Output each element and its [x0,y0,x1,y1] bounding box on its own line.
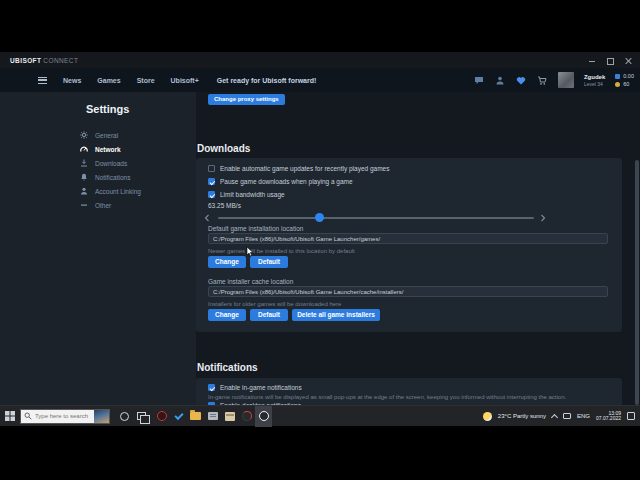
cart-icon[interactable] [537,75,548,85]
change-proxy-settings-button[interactable]: Change proxy settings [208,94,285,105]
delete-installers-button[interactable]: Delete all game installers [292,309,380,321]
taskbar-clock[interactable]: 13:09 07.07.2022 [596,411,621,422]
display-tray-icon[interactable] [563,413,571,419]
limit-bandwidth-checkbox[interactable] [208,191,215,198]
task-view-icon[interactable] [133,406,150,427]
nav-item-store[interactable]: Store [137,77,155,84]
person-icon [80,187,88,195]
ubisoft-connect-taskbar-icon[interactable] [255,406,272,427]
slider-track[interactable] [218,217,534,219]
sidebar-item-network[interactable]: Network [80,143,190,155]
nav-item-games[interactable]: Games [97,77,120,84]
wallet-amount: 0.00 [623,73,634,79]
cache-change-button[interactable]: Change [208,309,246,321]
chat-icon[interactable] [474,75,485,85]
auto-updates-row[interactable]: Enable automatic game updates for recent… [208,165,389,172]
weather-icon[interactable] [483,412,492,421]
action-center-icon[interactable] [627,412,635,420]
install-default-button[interactable]: Default [250,256,288,268]
clock-date: 07.07.2022 [596,416,621,422]
user-info[interactable]: Zgudek Level 34 [584,74,605,87]
close-icon[interactable] [625,57,632,64]
language-indicator[interactable]: ENG [577,413,590,419]
settings-title: Settings [86,103,129,115]
units-amount: 60 [623,81,629,87]
checkbox-label: Pause game downloads when playing a game [220,178,353,185]
sidebar-item-notifications[interactable]: Notifications [80,171,190,183]
bandwidth-value: 63.25 MB/s [208,202,241,209]
friends-icon[interactable] [495,75,506,85]
brand-primary: UBISOFT [10,57,41,64]
windows-logo-icon [5,411,15,421]
units-coin-icon [615,82,620,87]
taskbar-app-check-icon[interactable] [170,406,187,427]
network-gauge-icon [80,145,88,153]
maximize-icon[interactable] [607,57,614,64]
nav-right: Zgudek Level 34 0.00 60 [474,68,640,92]
slider-increase-icon[interactable] [540,214,546,222]
sidebar-item-downloads[interactable]: Downloads [80,157,190,169]
slider-decrease-icon[interactable] [204,214,210,222]
nav-items: News Games Store Ubisoft+ [63,77,199,84]
checkbox-label: Enable automatic game updates for recent… [220,165,389,172]
ingame-notifications-checkbox[interactable] [208,384,215,391]
cache-default-button[interactable]: Default [250,309,288,321]
install-location-label: Default game installation location [208,225,303,232]
system-tray: 23°C Partly sunny ENG 13:09 07.07.2022 [483,406,640,426]
taskbar-app-beige-icon[interactable] [221,406,238,427]
bell-icon [80,173,88,181]
search-highlight-image[interactable] [94,410,109,423]
taskbar-app-chat-icon[interactable] [204,406,221,427]
auto-updates-checkbox[interactable] [208,165,215,172]
sidebar-item-general[interactable]: General [80,129,190,141]
limit-bandwidth-row[interactable]: Limit bandwidth usage [208,191,285,198]
gear-icon [80,131,88,139]
checkbox-label: Limit bandwidth usage [220,191,285,198]
wishlist-heart-icon[interactable] [516,75,527,85]
letterbox-bottom [0,426,640,480]
navbar: News Games Store Ubisoft+ Get ready for … [0,68,640,92]
slider-handle[interactable] [315,213,324,222]
user-name: Zgudek [584,74,605,81]
sidebar-item-label: Downloads [95,160,127,167]
sidebar-item-label: General [95,132,118,139]
sidebar-item-label: Account Linking [95,188,141,195]
dash-icon [80,201,88,209]
letterbox-top [0,0,640,52]
nav-promo-link[interactable]: Get ready for Ubisoft forward! [217,77,317,84]
bandwidth-slider [196,212,622,223]
wallet-icon [615,74,620,79]
install-location-input[interactable] [208,233,608,244]
cache-location-note: Installers for older games will be downl… [208,301,341,307]
wallet-row[interactable]: 0.00 [615,73,634,79]
weather-text[interactable]: 23°C Partly sunny [498,413,546,419]
taskbar-search[interactable] [20,409,110,424]
window-controls [589,52,636,68]
search-input[interactable] [35,413,93,419]
downloads-panel: Enable automatic game updates for recent… [196,158,622,332]
minimize-icon[interactable] [589,57,596,64]
nav-item-ubisoft-plus[interactable]: Ubisoft+ [171,77,199,84]
start-button[interactable] [0,406,20,427]
ingame-notifications-row[interactable]: Enable in-game notifications [208,384,302,391]
hidden-icons-chevron[interactable] [551,413,558,420]
sidebar-item-account-linking[interactable]: Account Linking [80,185,190,197]
taskbar-app-red-ring-icon[interactable] [153,406,170,427]
cortana-icon[interactable] [116,406,133,427]
avatar[interactable] [558,72,574,88]
nav-item-news[interactable]: News [63,77,81,84]
search-icon [24,412,32,420]
pause-downloads-row[interactable]: Pause game downloads when playing a game [208,178,353,185]
download-icon [80,159,88,167]
sidebar-item-label: Other [95,202,111,209]
taskbar-app-red-arc-icon[interactable] [238,406,255,427]
install-location-note: Newer games will be installed to this lo… [208,248,355,254]
cache-location-input[interactable] [208,286,608,297]
scrollbar-thumb[interactable] [635,160,639,405]
units-row[interactable]: 60 [615,81,634,87]
install-change-button[interactable]: Change [208,256,246,268]
sidebar-item-other[interactable]: Other [80,199,190,211]
file-explorer-icon[interactable] [187,406,204,427]
hamburger-menu-icon[interactable] [38,77,47,84]
pause-downloads-checkbox[interactable] [208,178,215,185]
